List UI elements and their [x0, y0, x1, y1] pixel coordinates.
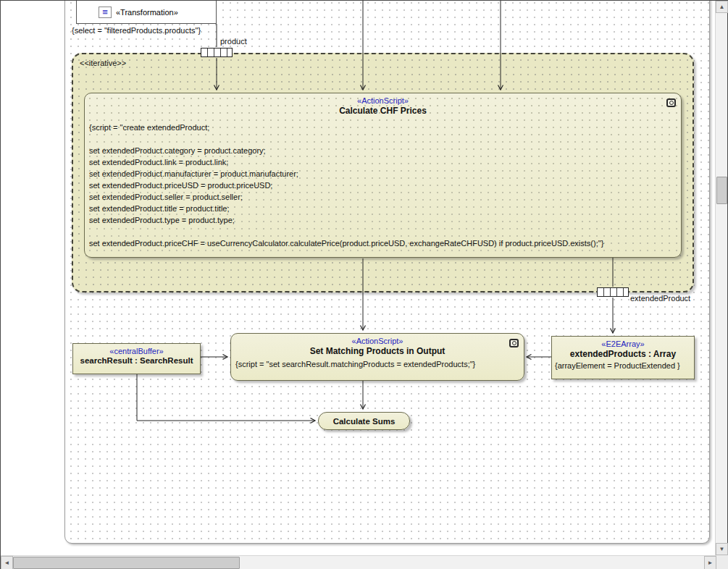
select-constraint-label: {select = "filteredProducts.products"}	[72, 26, 201, 35]
set-matching-script: {script = "set searchResult.matchingProd…	[231, 356, 524, 370]
scroll-right-button[interactable]: ►	[704, 556, 716, 569]
scrollbar-corner	[716, 555, 728, 569]
calculate-sums-action[interactable]: Calculate Sums	[318, 412, 410, 430]
set-matching-title: Set Matching Products in Output	[231, 345, 524, 356]
horizontal-scrollbar[interactable]: ◄ ►	[1, 555, 716, 569]
diagram-canvas[interactable]: ≡ «Transformation» {select = "filteredPr…	[1, 1, 716, 555]
calc-chf-title: Calculate CHF Prices	[85, 105, 681, 116]
central-buffer-stereotype: «centralBuffer»	[73, 344, 200, 355]
vertical-scroll-thumb[interactable]	[716, 177, 727, 204]
central-buffer-name: searchResult : SearchResult	[73, 355, 200, 365]
calculate-sums-label: Calculate Sums	[333, 417, 396, 426]
search-result-buffer[interactable]: «centralBuffer» searchResult : SearchRes…	[72, 343, 201, 374]
diagram-window: ≡ «Transformation» {select = "filteredPr…	[0, 0, 728, 569]
set-matching-action[interactable]: «ActionScript» Set Matching Products in …	[230, 333, 524, 381]
extended-product-expansion-node[interactable]	[597, 287, 629, 297]
transformation-icon: ≡	[99, 7, 112, 18]
set-matching-stereotype: «ActionScript»	[231, 334, 524, 345]
vertical-scrollbar[interactable]: ▲ ▼	[715, 1, 727, 555]
e2e-array-constraint: {arrayElement = ProductExtended }	[552, 359, 694, 370]
product-pin-label: product	[220, 37, 247, 46]
e2e-array-name: extendedProducts : Array	[552, 348, 694, 359]
transformation-stereotype: «Transformation»	[116, 8, 178, 17]
region-stereotype: <<iterative>>	[80, 59, 126, 67]
calc-chf-script: {script = "create extendedProduct; set e…	[85, 116, 681, 249]
script-action-icon	[666, 98, 676, 107]
e2e-array-stereotype: «E2EArray»	[552, 337, 694, 348]
extended-product-pin-label: extendedProduct	[630, 294, 690, 303]
horizontal-scroll-thumb[interactable]	[13, 557, 240, 569]
scroll-up-button[interactable]: ▲	[716, 1, 728, 13]
script-action-icon	[509, 339, 519, 347]
scroll-down-button[interactable]: ▼	[716, 543, 728, 555]
product-expansion-node[interactable]	[201, 48, 233, 57]
transformation-node[interactable]: ≡ «Transformation»	[76, 1, 217, 24]
calc-chf-action[interactable]: «ActionScript» Calculate CHF Prices {scr…	[84, 93, 682, 258]
scroll-left-button[interactable]: ◄	[1, 556, 13, 569]
calc-chf-stereotype: «ActionScript»	[85, 93, 681, 105]
extended-products-array[interactable]: «E2EArray» extendedProducts : Array {arr…	[551, 336, 695, 379]
